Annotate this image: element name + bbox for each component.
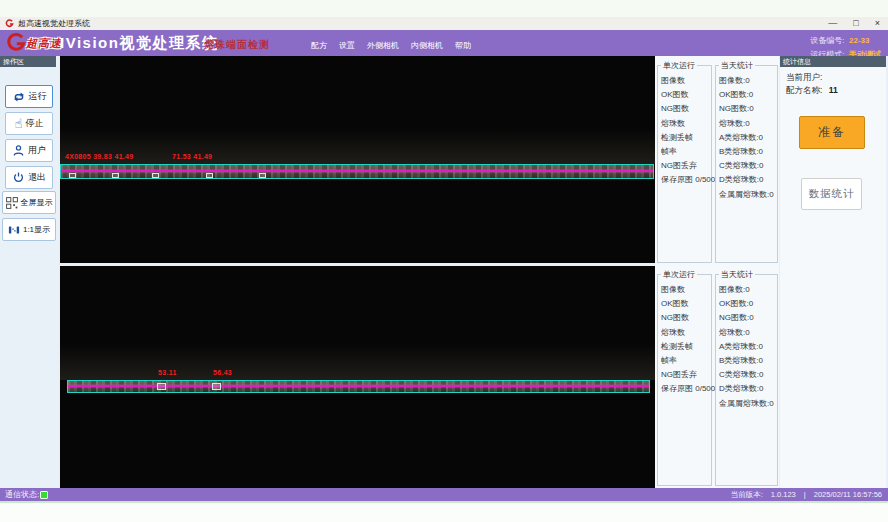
stat-item: NG图丢弃 [661, 368, 711, 382]
daily-stats-list: 图像数:0OK图数:0NG图数:0熔珠数:0A类熔珠数:0B类熔珠数:0C类熔珠… [716, 66, 777, 202]
menu-item[interactable]: 外侧相机 [367, 40, 399, 51]
stop-button-label: 停止 [25, 117, 43, 130]
device-number-label: 设备编号: [810, 36, 844, 45]
measurement-annotation: 53.11 [158, 369, 177, 376]
measurement-line [61, 170, 653, 172]
recipe-name-label: 配方名称: [786, 85, 822, 95]
group-title: 当天统计 [719, 269, 755, 280]
one-to-one-button[interactable]: 1:1显示 [2, 218, 56, 241]
stat-item: 熔珠数 [661, 117, 711, 131]
stat-item: 保存原图 0/500 [661, 382, 711, 396]
person-icon [12, 144, 25, 157]
stat-item: 熔珠数:0 [719, 326, 777, 340]
stat-item: NG图数 [661, 102, 711, 116]
maximize-button[interactable]: □ [853, 17, 858, 30]
operation-sidebar: 操作区 运行 ☝ 停止 [0, 56, 58, 488]
app-subtitle: 熔珠端面检测 [204, 38, 270, 52]
group-title: 单次运行 [661, 269, 697, 280]
close-button[interactable]: × [875, 17, 880, 30]
bead-marker [206, 173, 213, 178]
stat-item: D类熔珠数:0 [719, 382, 777, 396]
fullscreen-button[interactable]: 全屏显示 [2, 191, 56, 214]
stop-button[interactable]: ☝ 停止 [5, 112, 53, 135]
stat-item: A类熔珠数:0 [719, 340, 777, 354]
data-statistics-button[interactable]: 数据统计 [801, 178, 862, 210]
device-number-value: 22-33 [849, 36, 869, 45]
stat-item: OK图数 [661, 88, 711, 102]
image-highlight [60, 128, 655, 164]
stat-item: D类熔珠数:0 [719, 173, 777, 187]
user-button-label: 用户 [28, 144, 46, 157]
menu-item[interactable]: 设置 [339, 40, 355, 51]
app-window: 超高速视觉处理系统 — □ × 超高速 IVision视觉处理系统 熔珠端面检测… [0, 0, 888, 522]
daily-stats-bottom: 当天统计 图像数:0OK图数:0NG图数:0熔珠数:0A类熔珠数:0B类熔珠数:… [715, 274, 778, 486]
weld-bead-roi-bottom [67, 380, 650, 393]
stat-item: 检测丢帧 [661, 131, 711, 145]
window-controls: — □ × [828, 17, 880, 30]
app-header: 超高速 IVision视觉处理系统 熔珠端面检测 配方设置外侧相机内侧相机帮助 … [0, 30, 888, 56]
menu-item[interactable]: 配方 [311, 40, 327, 51]
info-panel-title: 统计信息 [780, 56, 886, 67]
stat-item: C类熔珠数:0 [719, 159, 777, 173]
minimize-button[interactable]: — [828, 17, 837, 30]
qr-grid-icon [6, 197, 18, 209]
single-run-stats-top: 单次运行 图像数OK图数NG图数熔珠数检测丢帧帧率NG图丢弃保存原图 0/500 [657, 65, 712, 263]
measurement-annotation: 71.53 41.49 [172, 153, 212, 160]
bead-marker [69, 173, 76, 178]
bead-marker [212, 383, 221, 390]
stat-item: 帧率 [661, 145, 711, 159]
stats-region: 单次运行 图像数OK图数NG图数熔珠数检测丢帧帧率NG图丢弃保存原图 0/500… [655, 56, 779, 488]
one-to-one-icon [8, 224, 20, 236]
bead-marker [112, 173, 119, 178]
cycle-arrows-icon [12, 90, 26, 104]
single-run-stats-list: 图像数OK图数NG图数熔珠数检测丢帧帧率NG图丢弃保存原图 0/500 [658, 66, 711, 188]
daily-stats-list: 图像数:0OK图数:0NG图数:0熔珠数:0A类熔珠数:0B类熔珠数:0C类熔珠… [716, 275, 777, 411]
stat-item: B类熔珠数:0 [719, 145, 777, 159]
bead-marker [157, 383, 166, 390]
stat-item: NG图数:0 [719, 102, 777, 116]
desktop-background [0, 501, 888, 522]
brand-logo-text: 超高速 [26, 36, 62, 51]
camera-viewport-top: 4X0805 39.83 41.49 71.53 41.49 [60, 56, 655, 263]
main-menu: 配方设置外侧相机内侧相机帮助 [311, 40, 471, 51]
user-button[interactable]: 用户 [5, 139, 53, 162]
recipe-name-value: 11 [829, 85, 838, 95]
prepare-button[interactable]: 准备 [799, 116, 865, 149]
measurement-line [68, 385, 649, 387]
power-icon [12, 171, 25, 184]
stat-item: OK图数 [661, 297, 711, 311]
status-separator: | [804, 488, 806, 501]
stat-item: NG图数 [661, 311, 711, 325]
menu-item[interactable]: 内侧相机 [411, 40, 443, 51]
stat-item: 图像数 [661, 74, 711, 88]
sidebar-title: 操作区 [0, 56, 56, 67]
stat-item: C类熔珠数:0 [719, 368, 777, 382]
run-button[interactable]: 运行 [5, 85, 53, 108]
stat-item: B类熔珠数:0 [719, 354, 777, 368]
stat-item: 图像数:0 [719, 74, 777, 88]
stat-item: 图像数 [661, 283, 711, 297]
stat-item: 保存原图 0/500 [661, 173, 711, 187]
stat-item: A类熔珠数:0 [719, 131, 777, 145]
stat-item: 金属屑熔珠数:0 [719, 188, 777, 202]
stat-item: 熔珠数:0 [719, 117, 777, 131]
group-title: 当天统计 [719, 60, 755, 71]
comm-ok-indicator-icon [40, 491, 48, 499]
bead-marker [152, 173, 159, 178]
stat-item: OK图数:0 [719, 297, 777, 311]
exit-button-label: 退出 [28, 171, 46, 184]
app-icon [5, 19, 14, 28]
brand-logo-icon [5, 32, 26, 53]
menu-item[interactable]: 帮助 [455, 40, 471, 51]
version-label: 当前版本: [731, 488, 763, 501]
exit-button[interactable]: 退出 [5, 166, 53, 189]
group-title: 单次运行 [661, 60, 697, 71]
measurement-annotation: 4X0805 39.83 41.49 [65, 153, 133, 160]
status-bar-right: 当前版本: 1.0.123 | 2025/02/11 16:57:56 [731, 488, 882, 501]
camera-viewport-bottom: 53.11 56.43 [60, 266, 655, 488]
daily-stats-top: 当天统计 图像数:0OK图数:0NG图数:0熔珠数:0A类熔珠数:0B类熔珠数:… [715, 65, 778, 263]
comm-status-label: 通信状态: [5, 488, 39, 501]
datetime-value: 2025/02/11 16:57:56 [814, 488, 882, 501]
hand-icon: ☝ [15, 117, 23, 130]
stat-item: 帧率 [661, 354, 711, 368]
